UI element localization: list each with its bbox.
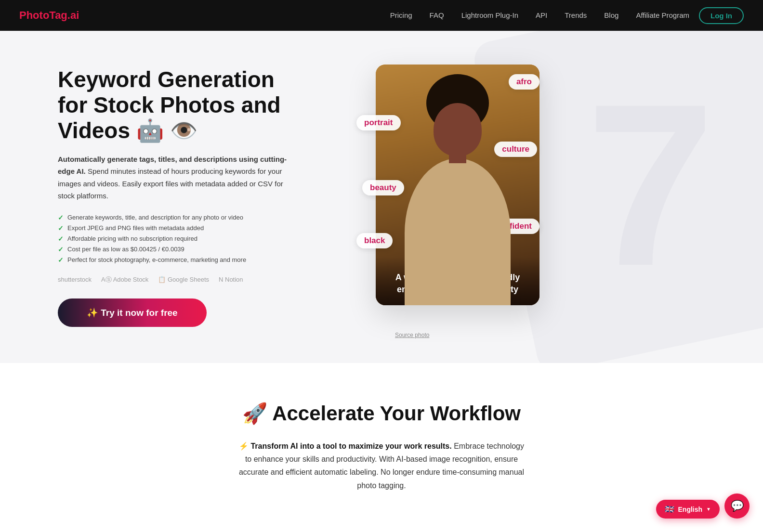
accelerate-description: ⚡ Transform AI into a tool to maximize y… [237,440,526,492]
chevron-down-icon: ▼ [706,506,711,512]
chat-icon: 💬 [731,500,744,512]
navigation: PhotoTag.ai Pricing FAQ Lightroom Plug-I… [0,0,763,31]
hero-features-list: Generate keywords, title, and descriptio… [58,214,328,264]
rocket-icon: 🚀 [242,402,267,425]
language-button[interactable]: 🇬🇧 English ▼ [656,500,720,519]
source-photo-text[interactable]: Source photo [395,332,429,338]
lightning-icon: ⚡ [239,442,249,450]
accelerate-desc-bold: Transform AI into a tool to maximize you… [250,442,451,450]
chat-button[interactable]: 💬 [724,493,750,519]
hero-desc-bold: Automatically generate tags, titles, and… [58,155,287,176]
nav-item-api[interactable]: API [536,11,547,20]
partner-shutterstock: shutterstock [58,276,92,283]
tag-beauty: beauty [362,180,404,195]
feature-item: Affordable pricing with no subscription … [58,235,328,243]
nav-item-lightroom[interactable]: Lightroom Plug-In [461,11,518,20]
hero-content: Keyword Generationfor Stock Photos andVi… [58,67,328,327]
partner-notion: N Notion [219,276,243,283]
tag-culture: culture [494,142,537,157]
nav-item-faq[interactable]: FAQ [430,11,444,20]
feature-item: Cost per file as low as $0.00425 / €0.00… [58,246,328,253]
tag-afro: afro [509,74,539,90]
hero-section: Keyword Generationfor Stock Photos andVi… [0,31,763,363]
accelerate-title: 🚀 Accelerate Your Workflow [19,402,744,425]
feature-item: Export JPEG and PNG files with metadata … [58,224,328,232]
feature-item: Generate keywords, title, and descriptio… [58,214,328,221]
nav-item-blog[interactable]: Blog [604,11,618,20]
nav-link-trends[interactable]: Trends [565,11,587,19]
nav-item-trends[interactable]: Trends [565,11,587,20]
nav-link-api[interactable]: API [536,11,547,19]
logo-ai: .ai [67,9,79,21]
partner-logos: shutterstock Aⓢ Adobe Stock 📋 Google She… [58,275,328,284]
nav-link-affiliate[interactable]: Affiliate Program [636,11,689,19]
feature-item: Perfect for stock photography, e-commerc… [58,256,328,264]
nav-link-faq[interactable]: FAQ [430,11,444,19]
source-photo-link[interactable]: Source photo [395,330,429,339]
nav-item-pricing[interactable]: Pricing [390,11,412,20]
accelerate-section: 🚀 Accelerate Your Workflow ⚡ Transform A… [0,363,763,532]
nav-item-affiliate[interactable]: Affiliate Program [636,11,689,20]
flag-icon: 🇬🇧 [665,505,674,514]
hero-image-area: A woman with an Afro proudly embracing h… [356,60,539,334]
logo-text: PhotoTag.ai [19,9,79,22]
nav-link-blog[interactable]: Blog [604,11,618,19]
login-button[interactable]: Log In [699,7,744,24]
nav-link-lightroom[interactable]: Lightroom Plug-In [461,11,518,19]
nav-link-pricing[interactable]: Pricing [390,11,412,19]
logo-tagword: Tag [49,9,67,21]
hero-title: Keyword Generationfor Stock Photos andVi… [58,67,328,143]
nav-links: Pricing FAQ Lightroom Plug-In API Trends… [390,11,689,20]
cta-button[interactable]: ✨ Try it now for free [58,298,207,327]
logo[interactable]: PhotoTag.ai [19,9,79,22]
partner-sheets: 📋 Google Sheets [158,276,209,283]
logo-photo: Photo [19,9,49,21]
language-label: English [678,506,703,513]
tag-portrait: portrait [356,115,401,130]
hero-description: Automatically generate tags, titles, and… [58,153,289,202]
tag-black: black [356,233,393,248]
partner-adobe: Aⓢ Adobe Stock [101,275,148,284]
